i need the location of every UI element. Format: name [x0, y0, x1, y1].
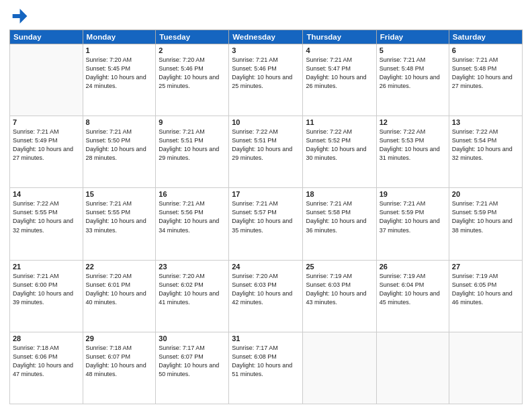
- day-info: Sunrise: 7:21 AMSunset: 5:49 PMDaylight:…: [13, 128, 80, 163]
- day-cell: 29 Sunrise: 7:18 AMSunset: 6:07 PMDaylig…: [83, 332, 156, 404]
- day-info: Sunrise: 7:21 AMSunset: 5:57 PMDaylight:…: [232, 199, 300, 234]
- week-row-3: 21 Sunrise: 7:21 AMSunset: 6:00 PMDaylig…: [10, 260, 523, 332]
- day-cell: [10, 44, 83, 116]
- logo: [9, 7, 31, 26]
- day-number: 18: [306, 190, 373, 198]
- day-number: 9: [159, 118, 226, 126]
- day-cell: 20 Sunrise: 7:21 AMSunset: 5:59 PMDaylig…: [449, 188, 522, 260]
- day-number: 1: [86, 46, 153, 54]
- day-info: Sunrise: 7:21 AMSunset: 5:56 PMDaylight:…: [159, 199, 226, 234]
- day-cell: 11 Sunrise: 7:22 AMSunset: 5:52 PMDaylig…: [303, 116, 376, 188]
- calendar-header: SundayMondayTuesdayWednesdayThursdayFrid…: [10, 30, 523, 44]
- svg-marker-0: [13, 9, 28, 24]
- day-cell: 17 Sunrise: 7:21 AMSunset: 5:57 PMDaylig…: [229, 188, 303, 260]
- day-cell: 19 Sunrise: 7:21 AMSunset: 5:59 PMDaylig…: [376, 188, 449, 260]
- day-info: Sunrise: 7:20 AMSunset: 5:46 PMDaylight:…: [159, 56, 226, 91]
- day-cell: [449, 332, 522, 404]
- day-number: 28: [13, 334, 80, 342]
- day-cell: 1 Sunrise: 7:20 AMSunset: 5:45 PMDayligh…: [83, 44, 156, 116]
- day-info: Sunrise: 7:20 AMSunset: 5:45 PMDaylight:…: [86, 56, 153, 91]
- day-cell: 21 Sunrise: 7:21 AMSunset: 6:00 PMDaylig…: [10, 260, 83, 332]
- day-cell: 6 Sunrise: 7:21 AMSunset: 5:48 PMDayligh…: [449, 44, 522, 116]
- day-cell: 28 Sunrise: 7:18 AMSunset: 6:06 PMDaylig…: [10, 332, 83, 404]
- day-number: 29: [86, 334, 153, 342]
- day-cell: 31 Sunrise: 7:17 AMSunset: 6:08 PMDaylig…: [229, 332, 303, 404]
- day-cell: 25 Sunrise: 7:19 AMSunset: 6:03 PMDaylig…: [303, 260, 376, 332]
- weekday-header-monday: Monday: [83, 30, 156, 44]
- day-cell: 30 Sunrise: 7:17 AMSunset: 6:07 PMDaylig…: [156, 332, 229, 404]
- day-cell: 27 Sunrise: 7:19 AMSunset: 6:05 PMDaylig…: [449, 260, 522, 332]
- day-cell: 12 Sunrise: 7:22 AMSunset: 5:53 PMDaylig…: [376, 116, 449, 188]
- day-number: 8: [86, 118, 153, 126]
- week-row-1: 7 Sunrise: 7:21 AMSunset: 5:49 PMDayligh…: [10, 116, 523, 188]
- weekday-header-friday: Friday: [376, 30, 449, 44]
- day-info: Sunrise: 7:21 AMSunset: 5:51 PMDaylight:…: [159, 128, 226, 163]
- day-number: 30: [159, 334, 226, 342]
- day-info: Sunrise: 7:21 AMSunset: 5:50 PMDaylight:…: [86, 128, 153, 163]
- day-cell: 7 Sunrise: 7:21 AMSunset: 5:49 PMDayligh…: [10, 116, 83, 188]
- day-info: Sunrise: 7:20 AMSunset: 6:01 PMDaylight:…: [86, 272, 153, 307]
- day-cell: 18 Sunrise: 7:21 AMSunset: 5:58 PMDaylig…: [303, 188, 376, 260]
- day-info: Sunrise: 7:19 AMSunset: 6:03 PMDaylight:…: [306, 272, 373, 307]
- day-number: 19: [380, 190, 446, 198]
- day-info: Sunrise: 7:21 AMSunset: 5:59 PMDaylight:…: [452, 199, 519, 234]
- day-info: Sunrise: 7:21 AMSunset: 5:55 PMDaylight:…: [86, 199, 153, 234]
- day-number: 3: [232, 46, 300, 54]
- day-info: Sunrise: 7:21 AMSunset: 5:46 PMDaylight:…: [232, 56, 300, 91]
- day-info: Sunrise: 7:19 AMSunset: 6:04 PMDaylight:…: [380, 272, 446, 307]
- day-number: 10: [232, 118, 300, 126]
- weekday-row: SundayMondayTuesdayWednesdayThursdayFrid…: [10, 30, 523, 44]
- weekday-header-thursday: Thursday: [303, 30, 376, 44]
- calendar-table: SundayMondayTuesdayWednesdayThursdayFrid…: [9, 30, 523, 404]
- day-info: Sunrise: 7:18 AMSunset: 6:07 PMDaylight:…: [86, 344, 153, 379]
- day-cell: 10 Sunrise: 7:22 AMSunset: 5:51 PMDaylig…: [229, 116, 303, 188]
- day-cell: 2 Sunrise: 7:20 AMSunset: 5:46 PMDayligh…: [156, 44, 229, 116]
- calendar-body: 1 Sunrise: 7:20 AMSunset: 5:45 PMDayligh…: [10, 44, 523, 404]
- day-number: 11: [306, 118, 373, 126]
- day-info: Sunrise: 7:17 AMSunset: 6:08 PMDaylight:…: [232, 344, 300, 379]
- day-info: Sunrise: 7:20 AMSunset: 6:02 PMDaylight:…: [159, 272, 226, 307]
- day-cell: 8 Sunrise: 7:21 AMSunset: 5:50 PMDayligh…: [83, 116, 156, 188]
- day-number: 27: [452, 263, 519, 271]
- weekday-header-tuesday: Tuesday: [156, 30, 229, 44]
- day-number: 16: [159, 190, 226, 198]
- page: SundayMondayTuesdayWednesdayThursdayFrid…: [0, 0, 532, 411]
- day-number: 23: [159, 263, 226, 271]
- logo-icon: [9, 7, 28, 26]
- day-info: Sunrise: 7:22 AMSunset: 5:53 PMDaylight:…: [380, 128, 446, 163]
- day-number: 22: [86, 263, 153, 271]
- day-cell: 9 Sunrise: 7:21 AMSunset: 5:51 PMDayligh…: [156, 116, 229, 188]
- day-cell: 15 Sunrise: 7:21 AMSunset: 5:55 PMDaylig…: [83, 188, 156, 260]
- day-info: Sunrise: 7:21 AMSunset: 5:48 PMDaylight:…: [452, 56, 519, 91]
- day-info: Sunrise: 7:21 AMSunset: 6:00 PMDaylight:…: [13, 272, 80, 307]
- week-row-4: 28 Sunrise: 7:18 AMSunset: 6:06 PMDaylig…: [10, 332, 523, 404]
- day-cell: 14 Sunrise: 7:22 AMSunset: 5:55 PMDaylig…: [10, 188, 83, 260]
- day-cell: 23 Sunrise: 7:20 AMSunset: 6:02 PMDaylig…: [156, 260, 229, 332]
- day-info: Sunrise: 7:20 AMSunset: 6:03 PMDaylight:…: [232, 272, 300, 307]
- day-info: Sunrise: 7:22 AMSunset: 5:52 PMDaylight:…: [306, 128, 373, 163]
- week-row-0: 1 Sunrise: 7:20 AMSunset: 5:45 PMDayligh…: [10, 44, 523, 116]
- day-number: 25: [306, 263, 373, 271]
- day-info: Sunrise: 7:21 AMSunset: 5:58 PMDaylight:…: [306, 199, 373, 234]
- day-cell: [376, 332, 449, 404]
- day-cell: 24 Sunrise: 7:20 AMSunset: 6:03 PMDaylig…: [229, 260, 303, 332]
- day-number: 6: [452, 46, 519, 54]
- day-cell: 22 Sunrise: 7:20 AMSunset: 6:01 PMDaylig…: [83, 260, 156, 332]
- day-info: Sunrise: 7:22 AMSunset: 5:54 PMDaylight:…: [452, 128, 519, 163]
- day-cell: 5 Sunrise: 7:21 AMSunset: 5:48 PMDayligh…: [376, 44, 449, 116]
- header: [9, 7, 523, 26]
- day-number: 15: [86, 190, 153, 198]
- weekday-header-sunday: Sunday: [10, 30, 83, 44]
- day-cell: 13 Sunrise: 7:22 AMSunset: 5:54 PMDaylig…: [449, 116, 522, 188]
- day-number: 26: [380, 263, 446, 271]
- day-number: 13: [452, 118, 519, 126]
- day-number: 21: [13, 263, 80, 271]
- day-info: Sunrise: 7:18 AMSunset: 6:06 PMDaylight:…: [13, 344, 80, 379]
- day-cell: 4 Sunrise: 7:21 AMSunset: 5:47 PMDayligh…: [303, 44, 376, 116]
- day-number: 7: [13, 118, 80, 126]
- day-cell: [303, 332, 376, 404]
- weekday-header-wednesday: Wednesday: [229, 30, 303, 44]
- weekday-header-saturday: Saturday: [449, 30, 522, 44]
- day-info: Sunrise: 7:21 AMSunset: 5:47 PMDaylight:…: [306, 56, 373, 91]
- day-number: 14: [13, 190, 80, 198]
